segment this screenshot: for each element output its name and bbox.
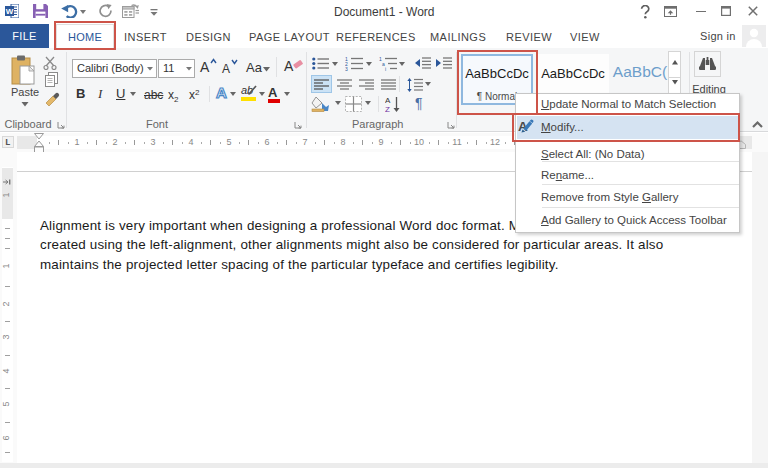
svg-text:A: A	[385, 96, 391, 105]
svg-text:3: 3	[345, 66, 348, 72]
svg-text:W: W	[6, 7, 14, 16]
svg-text:Z: Z	[385, 105, 390, 112]
svg-text:i: i	[385, 66, 386, 71]
